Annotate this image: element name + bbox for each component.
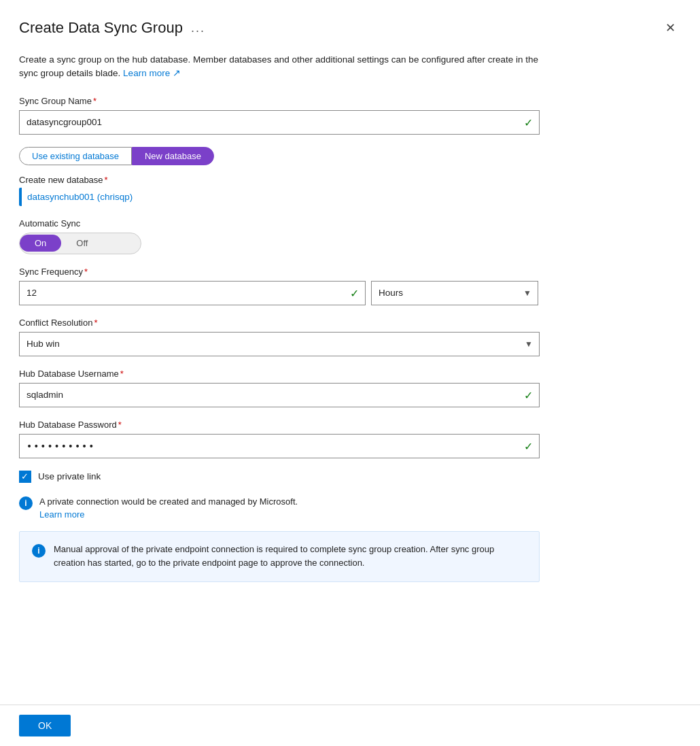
panel-title-row: Create Data Sync Group ... bbox=[19, 19, 205, 37]
hub-db-username-section: Hub Database Username* ✓ bbox=[19, 369, 678, 407]
hub-db-username-wrapper: ✓ bbox=[19, 383, 540, 407]
freq-input-valid-icon: ✓ bbox=[350, 286, 359, 299]
sync-frequency-input-wrapper: ✓ bbox=[19, 281, 366, 305]
password-valid-icon: ✓ bbox=[524, 439, 533, 452]
hub-db-password-section: Hub Database Password* ✓ bbox=[19, 420, 678, 458]
conflict-resolution-select[interactable]: Hub win Member win bbox=[19, 332, 540, 356]
hub-db-password-input[interactable] bbox=[19, 434, 540, 458]
more-options-icon[interactable]: ... bbox=[191, 21, 205, 35]
automatic-sync-toggle[interactable]: On Off bbox=[19, 233, 141, 254]
create-new-db-label: Create new database* bbox=[19, 175, 678, 185]
conflict-resolution-label: Conflict Resolution* bbox=[19, 318, 678, 328]
db-link-row: datasynchub001 (chrisqp) bbox=[19, 188, 540, 206]
required-star-6: * bbox=[118, 420, 122, 430]
external-link-icon: ↗ bbox=[173, 68, 181, 78]
private-link-box-text: Manual approval of the private endpoint … bbox=[54, 543, 527, 571]
required-star-4: * bbox=[94, 318, 97, 328]
new-database-button[interactable]: New database bbox=[132, 147, 214, 165]
create-new-db-section: Create new database* datasynchub001 (chr… bbox=[19, 175, 678, 206]
private-link-learn-more-link[interactable]: Learn more bbox=[39, 509, 84, 520]
sync-frequency-label: Sync Frequency* bbox=[19, 267, 678, 277]
use-private-link-checkbox[interactable] bbox=[19, 471, 31, 483]
hub-db-username-input[interactable] bbox=[19, 383, 540, 407]
panel-header: Create Data Sync Group ... ✕ bbox=[19, 19, 678, 37]
sync-frequency-unit-wrapper: Minutes Hours Days ▼ bbox=[371, 281, 538, 305]
sync-off-button[interactable]: Off bbox=[61, 235, 103, 252]
db-toggle-section: Use existing database New database bbox=[19, 147, 678, 165]
info-icon: i bbox=[19, 496, 33, 510]
create-data-sync-panel: Create Data Sync Group ... ✕ Create a sy… bbox=[0, 0, 700, 746]
panel-description: Create a sync group on the hub database.… bbox=[19, 53, 549, 81]
private-link-info-box: i Manual approval of the private endpoin… bbox=[19, 531, 540, 583]
automatic-sync-section: Automatic Sync On Off bbox=[19, 218, 678, 254]
sync-group-name-label: Sync Group Name* bbox=[19, 96, 678, 106]
panel-title: Create Data Sync Group bbox=[19, 19, 183, 37]
left-accent-bar bbox=[19, 188, 22, 206]
bottom-bar: OK bbox=[0, 705, 700, 746]
automatic-sync-label: Automatic Sync bbox=[19, 218, 678, 228]
hub-db-username-label: Hub Database Username* bbox=[19, 369, 678, 379]
close-button[interactable]: ✕ bbox=[663, 19, 678, 37]
sync-frequency-row: ✓ Minutes Hours Days ▼ bbox=[19, 281, 540, 305]
db-link[interactable]: datasynchub001 (chrisqp) bbox=[27, 188, 133, 206]
sync-frequency-input[interactable] bbox=[19, 281, 366, 305]
use-private-link-row: Use private link bbox=[19, 471, 678, 483]
required-star-2: * bbox=[105, 175, 108, 185]
conflict-resolution-select-wrapper: Hub win Member win ▼ bbox=[19, 332, 540, 356]
info-box-icon: i bbox=[32, 544, 46, 558]
required-star-5: * bbox=[120, 369, 124, 379]
sync-group-name-section: Sync Group Name* ✓ bbox=[19, 96, 678, 135]
hub-db-password-wrapper: ✓ bbox=[19, 434, 540, 458]
sync-frequency-unit-select[interactable]: Minutes Hours Days bbox=[371, 281, 538, 305]
ok-button[interactable]: OK bbox=[19, 715, 71, 736]
input-valid-check-icon: ✓ bbox=[524, 116, 533, 129]
required-star: * bbox=[93, 96, 97, 106]
conflict-resolution-section: Conflict Resolution* Hub win Member win … bbox=[19, 318, 678, 356]
learn-more-link[interactable]: Learn more ↗ bbox=[123, 68, 181, 78]
private-link-info-text: A private connection would be created an… bbox=[39, 495, 298, 522]
sync-frequency-section: Sync Frequency* ✓ Minutes Hours Days ▼ bbox=[19, 267, 678, 305]
sync-on-button[interactable]: On bbox=[20, 235, 61, 252]
required-star-3: * bbox=[84, 267, 88, 277]
use-existing-database-button[interactable]: Use existing database bbox=[19, 147, 132, 165]
private-link-info-row: i A private connection would be created … bbox=[19, 495, 678, 522]
use-private-link-label[interactable]: Use private link bbox=[38, 471, 101, 481]
sync-group-name-input[interactable] bbox=[19, 110, 540, 135]
sync-group-name-wrapper: ✓ bbox=[19, 110, 540, 135]
hub-db-password-label: Hub Database Password* bbox=[19, 420, 678, 430]
username-valid-icon: ✓ bbox=[524, 388, 533, 401]
